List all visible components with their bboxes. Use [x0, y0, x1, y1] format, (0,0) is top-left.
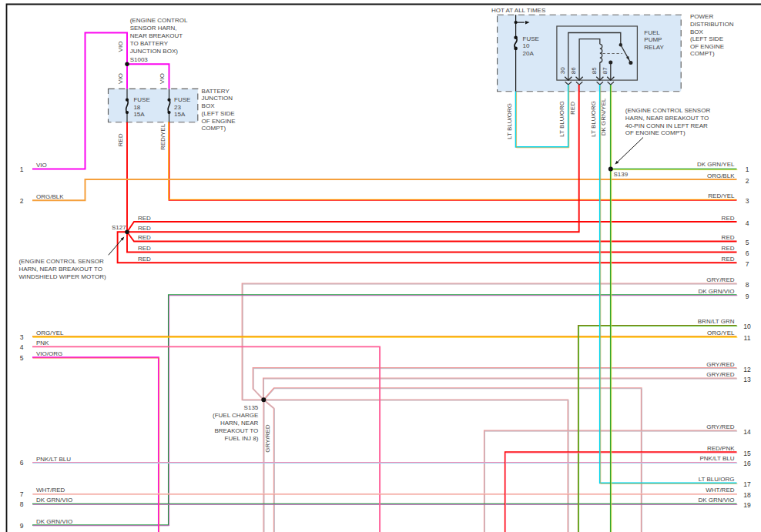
svg-text:HOT AT ALL TIMES: HOT AT ALL TIMES: [491, 7, 545, 14]
svg-text:5: 5: [20, 354, 24, 362]
svg-text:DK GRN/VIO: DK GRN/VIO: [698, 288, 734, 295]
svg-text:11: 11: [744, 334, 751, 342]
svg-text:S135: S135: [244, 404, 259, 411]
svg-text:WINDSHIELD WIPER MOTOR): WINDSHIELD WIPER MOTOR): [18, 273, 106, 280]
svg-text:GRY/RED: GRY/RED: [706, 423, 735, 430]
svg-text:(ENGINE CONTROL SENSOR: (ENGINE CONTROL SENSOR: [625, 107, 711, 114]
svg-text:LT BLU/ORG: LT BLU/ORG: [590, 101, 597, 137]
svg-text:POWER: POWER: [690, 13, 713, 20]
svg-text:OF ENGINE: OF ENGINE: [202, 118, 236, 125]
svg-text:9: 9: [746, 293, 749, 300]
svg-text:DISTRIBUTION: DISTRIBUTION: [690, 21, 734, 28]
svg-text:(ENGINE CONTROL SENSOR: (ENGINE CONTROL SENSOR: [18, 258, 104, 265]
svg-text:1: 1: [746, 166, 749, 173]
svg-text:3: 3: [20, 333, 24, 341]
svg-text:FUEL INJ 8): FUEL INJ 8): [225, 435, 259, 442]
svg-text:1: 1: [20, 166, 24, 173]
svg-text:87: 87: [602, 67, 608, 74]
svg-text:(FUEL CHARGE: (FUEL CHARGE: [213, 412, 258, 419]
svg-text:(LEFT SIDE: (LEFT SIDE: [202, 110, 235, 117]
svg-text:RED: RED: [138, 215, 151, 222]
svg-text:COMPT): COMPT): [202, 125, 226, 132]
svg-text:2: 2: [746, 177, 749, 185]
svg-text:JUNCTION: JUNCTION: [202, 95, 233, 102]
svg-text:LT BLU/ORG: LT BLU/ORG: [699, 476, 735, 483]
svg-text:HARN, NEAR BREAKOUT TO: HARN, NEAR BREAKOUT TO: [625, 115, 709, 122]
svg-text:S139: S139: [614, 171, 629, 178]
svg-text:VIO/ORG: VIO/ORG: [36, 350, 62, 357]
svg-text:(ENGINE CONTROL: (ENGINE CONTROL: [130, 17, 188, 24]
svg-text:RED/YEL: RED/YEL: [708, 192, 735, 199]
svg-text:RED: RED: [722, 256, 735, 263]
svg-text:19: 19: [743, 501, 751, 509]
svg-text:(LEFT SIDE: (LEFT SIDE: [690, 35, 723, 42]
svg-text:15A: 15A: [174, 111, 186, 118]
svg-text:ORG/YEL: ORG/YEL: [36, 330, 64, 336]
svg-text:OF ENGINE COMPT): OF ENGINE COMPT): [625, 129, 686, 136]
svg-text:RED: RED: [138, 234, 151, 241]
svg-text:GRY/RED: GRY/RED: [706, 276, 735, 283]
svg-text:PNK: PNK: [36, 340, 49, 346]
svg-text:ORG/BLK: ORG/BLK: [36, 193, 64, 200]
svg-text:13: 13: [743, 376, 751, 383]
svg-text:BOX: BOX: [202, 102, 216, 109]
svg-text:RED: RED: [138, 225, 151, 232]
svg-text:GRY/RED: GRY/RED: [264, 424, 271, 453]
svg-text:FUSE: FUSE: [523, 35, 539, 42]
svg-text:5: 5: [746, 239, 749, 246]
svg-text:DK GRN/VIO: DK GRN/VIO: [698, 497, 734, 504]
svg-text:RED: RED: [722, 234, 735, 241]
svg-text:9: 9: [20, 522, 24, 530]
svg-text:6: 6: [20, 459, 24, 467]
svg-text:RED/PNK: RED/PNK: [707, 445, 735, 452]
svg-text:DK GRN/VIO: DK GRN/VIO: [36, 497, 72, 504]
svg-text:15: 15: [743, 450, 751, 457]
svg-text:RED: RED: [117, 133, 124, 146]
svg-text:S1003: S1003: [130, 56, 149, 63]
svg-text:18: 18: [743, 491, 751, 499]
svg-text:8: 8: [20, 500, 24, 508]
svg-text:4: 4: [20, 343, 24, 351]
svg-text:VIO: VIO: [117, 73, 124, 84]
svg-text:NEAR BREAKOUT: NEAR BREAKOUT: [130, 32, 183, 39]
svg-text:DK GRN/YEL: DK GRN/YEL: [600, 98, 607, 136]
svg-text:OF ENGINE: OF ENGINE: [690, 43, 724, 50]
svg-text:14: 14: [743, 428, 751, 436]
svg-text:16: 16: [743, 460, 751, 467]
svg-text:3: 3: [746, 197, 749, 205]
svg-text:COMPT): COMPT): [690, 50, 715, 57]
svg-text:RED: RED: [138, 245, 151, 252]
svg-text:ORG/BLK: ORG/BLK: [707, 172, 735, 179]
svg-text:LT BLU/ORG: LT BLU/ORG: [558, 101, 565, 137]
svg-text:GRY/RED: GRY/RED: [706, 371, 735, 378]
svg-text:8: 8: [746, 281, 749, 289]
svg-text:PNK/LT BLU: PNK/LT BLU: [36, 456, 71, 463]
svg-text:SENSOR HARN,: SENSOR HARN,: [130, 25, 177, 32]
svg-text:FUSE: FUSE: [133, 96, 149, 103]
svg-text:RELAY: RELAY: [644, 44, 664, 51]
svg-text:TO BATTERY: TO BATTERY: [130, 40, 169, 47]
svg-text:40-PIN CONN IN LEFT REAR: 40-PIN CONN IN LEFT REAR: [625, 122, 708, 129]
svg-text:PNK/LT BLU: PNK/LT BLU: [699, 455, 734, 462]
svg-text:BRN/LT GRN: BRN/LT GRN: [698, 318, 735, 325]
svg-text:20A: 20A: [523, 50, 535, 57]
svg-text:HARN, NEAR: HARN, NEAR: [220, 420, 259, 427]
svg-text:7: 7: [746, 260, 749, 268]
svg-text:JUNCTION BOX): JUNCTION BOX): [130, 48, 179, 55]
svg-text:RED: RED: [722, 215, 735, 222]
svg-text:4: 4: [746, 219, 749, 227]
svg-text:6: 6: [746, 249, 749, 257]
svg-text:23: 23: [174, 104, 181, 111]
svg-text:GRY/RED: GRY/RED: [706, 361, 735, 368]
svg-text:17: 17: [743, 480, 751, 488]
svg-text:PUMP: PUMP: [644, 36, 662, 43]
svg-text:RED/YEL: RED/YEL: [159, 123, 166, 150]
svg-text:10: 10: [523, 42, 530, 49]
svg-text:7: 7: [20, 490, 24, 498]
svg-text:DK GRN/VIO: DK GRN/VIO: [36, 518, 72, 525]
svg-text:30: 30: [559, 67, 566, 74]
svg-text:BREAKOUT TO: BREAKOUT TO: [214, 427, 258, 434]
svg-text:VIO: VIO: [36, 162, 47, 169]
svg-text:85: 85: [591, 67, 598, 74]
svg-text:FUEL: FUEL: [644, 29, 660, 36]
